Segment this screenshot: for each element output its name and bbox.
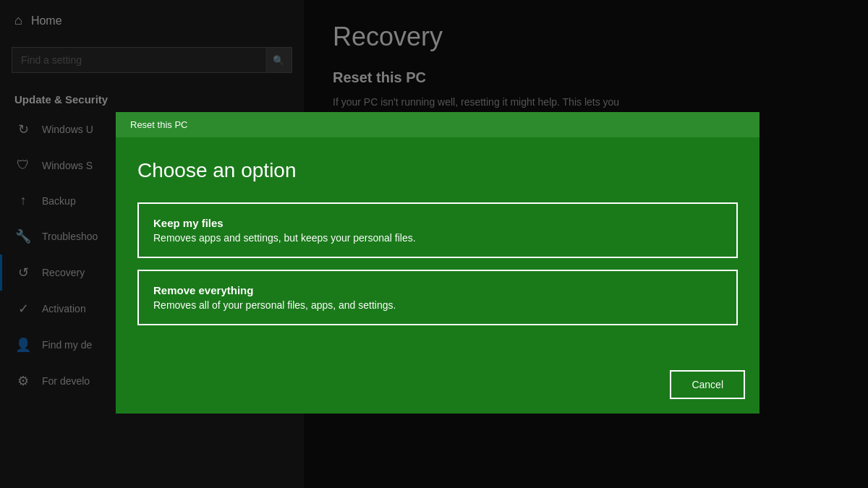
keep-my-files-button[interactable]: Keep my files Removes apps and settings,… (137, 202, 738, 258)
developer-icon: ⚙ (14, 373, 32, 389)
remove-everything-button[interactable]: Remove everything Removes all of your pe… (137, 270, 738, 325)
troubleshoot-icon: 🔧 (14, 228, 32, 244)
sidebar-item-label: For develo (42, 375, 90, 387)
modal-title: Choose an option (137, 159, 738, 182)
keep-files-desc: Removes apps and settings, but keeps you… (153, 232, 722, 244)
sidebar-item-label: Windows U (42, 124, 93, 135)
find-device-icon: 👤 (14, 337, 32, 353)
sidebar-item-label: Activation (42, 303, 86, 314)
search-container: 🔍 (0, 41, 304, 85)
home-label: Home (31, 14, 62, 27)
modal-body: Choose an option Keep my files Removes a… (116, 137, 760, 359)
sidebar-item-label: Recovery (42, 267, 85, 278)
main-content: Recovery Reset this PC If your PC isn't … (304, 0, 868, 488)
keep-files-title: Keep my files (153, 217, 722, 229)
update-icon: ↻ (14, 121, 32, 137)
sidebar-item-label: Windows S (42, 160, 93, 171)
recovery-icon: ↺ (14, 265, 32, 281)
reset-section-title: Reset this PC (333, 69, 839, 86)
modal-footer: Cancel (116, 359, 760, 414)
sidebar-item-label: Troubleshoo (42, 231, 98, 242)
search-wrapper: 🔍 (12, 47, 292, 73)
modal-header: Reset this PC (116, 112, 760, 137)
reset-section-desc: If your PC isn't running well, resetting… (333, 95, 839, 110)
reset-pc-modal: Reset this PC Choose an option Keep my f… (116, 112, 760, 414)
remove-everything-desc: Removes all of your personal files, apps… (153, 299, 722, 311)
cancel-button[interactable]: Cancel (670, 370, 745, 399)
home-nav-item[interactable]: ⌂ Home (0, 0, 304, 41)
search-input[interactable] (12, 48, 292, 72)
backup-icon: ↑ (14, 193, 32, 208)
sidebar-item-label: Find my de (42, 339, 92, 351)
remove-everything-title: Remove everything (153, 284, 722, 296)
shield-icon: 🛡 (14, 158, 32, 173)
page-title: Recovery (333, 22, 839, 52)
sidebar-item-label: Backup (42, 195, 76, 207)
search-button[interactable]: 🔍 (265, 48, 292, 72)
section-header: Update & Security (0, 85, 304, 111)
activation-icon: ✓ (14, 301, 32, 317)
home-icon: ⌂ (14, 13, 22, 28)
